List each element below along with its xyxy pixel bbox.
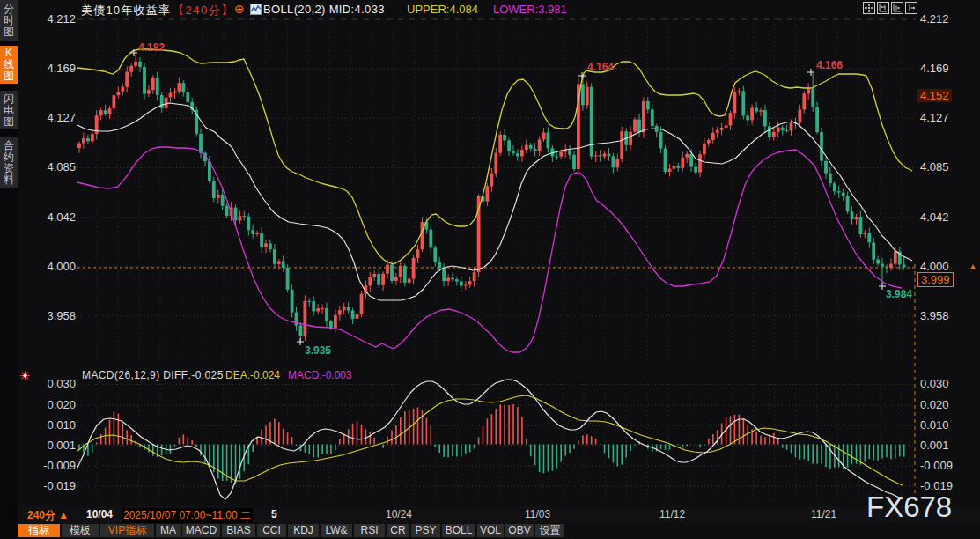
svg-text:4.164: 4.164 <box>587 61 614 73</box>
svg-text:4.166: 4.166 <box>816 59 843 71</box>
svg-text:3.935: 3.935 <box>305 344 331 357</box>
svg-text:3.984: 3.984 <box>886 288 912 300</box>
svg-text:4.182: 4.182 <box>138 41 165 54</box>
